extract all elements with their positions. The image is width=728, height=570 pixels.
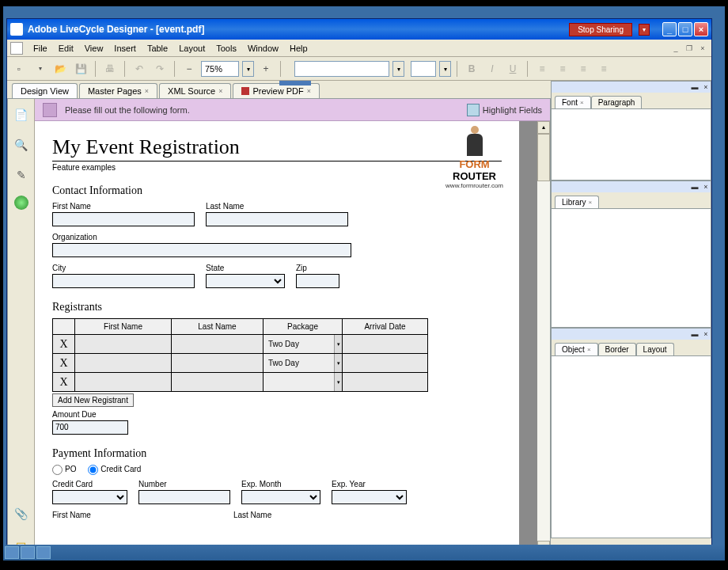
- zip-input[interactable]: [296, 274, 339, 288]
- zoom-in-button[interactable]: +: [257, 60, 275, 78]
- close-icon[interactable]: ×: [145, 87, 149, 95]
- help-button[interactable]: [14, 196, 28, 210]
- taskbar-button-2[interactable]: [21, 546, 35, 559]
- menu-window[interactable]: Window: [242, 42, 284, 55]
- organization-input[interactable]: [52, 243, 351, 257]
- registrants-header: Registrants: [52, 301, 502, 314]
- tab-design-view[interactable]: Design View: [12, 83, 78, 98]
- vertical-scrollbar[interactable]: ▴ ▾: [537, 121, 550, 553]
- menu-tools[interactable]: Tools: [210, 42, 242, 55]
- reg-arrival-cell[interactable]: [343, 335, 428, 354]
- close-icon[interactable]: ×: [218, 87, 222, 95]
- reg-last-name-cell[interactable]: [172, 335, 264, 354]
- zoom-out-button[interactable]: −: [180, 60, 198, 78]
- reg-first-name-cell[interactable]: [75, 335, 172, 354]
- redo-button: ↷: [151, 60, 169, 78]
- maximize-button[interactable]: □: [678, 22, 692, 36]
- exp-month-select[interactable]: [241, 490, 320, 504]
- close-window-button[interactable]: ×: [694, 22, 708, 36]
- highlight-fields-button[interactable]: Highlight Fields: [483, 105, 542, 115]
- menu-help[interactable]: Help: [284, 42, 313, 55]
- reg-package-cell[interactable]: Two Day▾: [264, 354, 343, 373]
- panel-minimize-icon[interactable]: ▬: [690, 330, 700, 338]
- minimize-button[interactable]: _: [662, 22, 677, 36]
- close-icon[interactable]: ×: [580, 99, 584, 106]
- new-button[interactable]: ▫: [10, 60, 28, 78]
- library-panel-tab[interactable]: Library×: [555, 196, 599, 208]
- reg-first-name-cell[interactable]: [75, 354, 172, 373]
- delete-row-button[interactable]: X: [53, 373, 75, 392]
- first-name-input[interactable]: [52, 212, 195, 226]
- panel-minimize-icon[interactable]: ▬: [690, 183, 700, 191]
- city-input[interactable]: [52, 274, 195, 288]
- taskbar-button-3[interactable]: [36, 546, 51, 559]
- amount-due-input[interactable]: [52, 420, 128, 435]
- panel-minimize-icon[interactable]: ▬: [690, 83, 700, 91]
- edit-tool-button[interactable]: ✎: [12, 165, 31, 184]
- card-number-input[interactable]: [138, 490, 230, 504]
- reg-first-name-cell[interactable]: [75, 373, 172, 392]
- pages-panel-button[interactable]: 📄: [12, 105, 31, 124]
- zoom-value[interactable]: 75%: [201, 61, 239, 77]
- font-family-select[interactable]: [294, 61, 389, 77]
- chevron-down-icon[interactable]: ▾: [334, 335, 342, 353]
- reg-package-cell[interactable]: Two Day▾: [264, 335, 343, 354]
- menu-view[interactable]: View: [79, 42, 109, 55]
- taskbar-button-1[interactable]: [5, 546, 19, 559]
- doc-restore-button[interactable]: ❐: [684, 43, 695, 54]
- chevron-down-icon[interactable]: ▾: [334, 354, 342, 372]
- doc-close-button[interactable]: ×: [697, 43, 708, 54]
- delete-row-button[interactable]: X: [53, 335, 75, 354]
- binoculars-button[interactable]: 🔍: [12, 135, 31, 154]
- font-family-dropdown[interactable]: ▾: [392, 61, 404, 77]
- close-icon[interactable]: ×: [587, 346, 591, 353]
- zoom-dropdown[interactable]: ▾: [242, 61, 254, 77]
- panel-close-icon[interactable]: ×: [701, 83, 711, 91]
- reg-package-cell[interactable]: ▾: [264, 373, 343, 392]
- layout-panel-tab[interactable]: Layout: [636, 343, 674, 355]
- menu-insert[interactable]: Insert: [108, 42, 142, 55]
- scroll-thumb[interactable]: [537, 134, 550, 181]
- reg-last-name-cell[interactable]: [172, 354, 264, 373]
- tab-xml-source[interactable]: XML Source×: [159, 83, 231, 98]
- paragraph-panel-tab[interactable]: Paragraph: [591, 96, 643, 108]
- tab-master-pages[interactable]: Master Pages×: [79, 83, 157, 98]
- bold-button: B: [463, 60, 480, 78]
- exp-year-select[interactable]: [332, 490, 407, 504]
- last-name-input[interactable]: [206, 212, 348, 226]
- stop-sharing-dropdown[interactable]: ▾: [639, 24, 650, 36]
- organization-label: Organization: [52, 233, 351, 241]
- attachments-button[interactable]: 📎: [12, 504, 31, 523]
- stop-sharing-button[interactable]: Stop Sharing: [569, 23, 632, 36]
- reg-arrival-cell[interactable]: [343, 354, 428, 373]
- panel-close-icon[interactable]: ×: [701, 183, 711, 191]
- open-button[interactable]: 📂: [51, 60, 69, 78]
- menu-layout[interactable]: Layout: [173, 42, 210, 55]
- close-icon[interactable]: ×: [589, 199, 593, 206]
- font-size-dropdown[interactable]: ▾: [439, 61, 451, 77]
- panel-close-icon[interactable]: ×: [701, 330, 711, 338]
- menu-file[interactable]: File: [28, 42, 53, 55]
- reg-last-name-cell[interactable]: [172, 373, 264, 392]
- new-dropdown[interactable]: [31, 60, 48, 78]
- menu-table[interactable]: Table: [142, 42, 173, 55]
- doc-minimize-button[interactable]: _: [670, 43, 681, 54]
- font-size-select[interactable]: [411, 61, 436, 77]
- delete-row-button[interactable]: X: [53, 354, 75, 373]
- form-router-logo: FORM ROUTER www.formrouter.com: [446, 134, 503, 189]
- menu-edit[interactable]: Edit: [53, 42, 79, 55]
- chevron-down-icon[interactable]: ▾: [334, 373, 342, 391]
- credit-card-type-select[interactable]: [52, 490, 127, 504]
- close-icon[interactable]: ×: [307, 87, 311, 95]
- state-select[interactable]: [206, 274, 285, 288]
- po-radio[interactable]: [52, 465, 63, 475]
- collapse-handle[interactable]: [279, 81, 311, 86]
- border-panel-tab[interactable]: Border: [598, 343, 636, 355]
- credit-card-radio[interactable]: [88, 465, 98, 475]
- add-new-registrant-button[interactable]: Add New Registrant: [52, 393, 134, 407]
- font-panel-tab[interactable]: Font×: [555, 96, 591, 108]
- reg-arrival-cell[interactable]: [343, 373, 428, 392]
- card-number-label: Number: [138, 480, 230, 488]
- scroll-up-button[interactable]: ▴: [537, 121, 550, 134]
- object-panel-tab[interactable]: Object×: [555, 343, 598, 355]
